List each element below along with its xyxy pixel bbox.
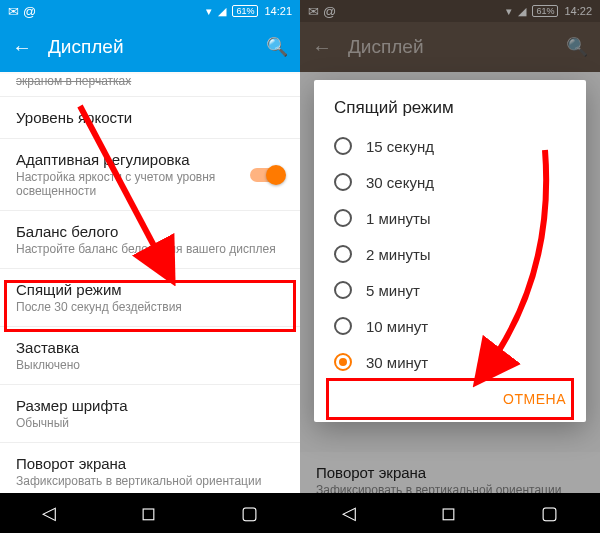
setting-subtitle: Настройте баланс белого для вашего диспл… [16,242,284,256]
nav-home-icon[interactable]: ◻ [441,502,456,524]
option-label: 30 секунд [366,174,434,191]
screenshot-left: ✉@ ▾ ◢ 61% 14:21 ← Дисплей 🔍 экраном в п… [0,0,300,533]
cancel-button[interactable]: ОТМЕНА [503,391,566,407]
radio-icon [334,209,352,227]
option-1m[interactable]: 1 минуты [314,200,586,236]
nav-back-icon[interactable]: ◁ [342,502,356,524]
list-item[interactable]: экраном в перчатках [0,74,300,97]
radio-icon [334,281,352,299]
nav-back-icon[interactable]: ◁ [42,502,56,524]
setting-subtitle: Зафиксировать в вертикальной ориентации [16,474,284,488]
setting-title: Адаптивная регулировка [16,151,284,168]
search-button[interactable]: 🔍 [266,36,288,58]
option-15s[interactable]: 15 секунд [314,128,586,164]
setting-subtitle: После 30 секунд бездействия [16,300,284,314]
option-label: 10 минут [366,318,428,335]
setting-title: Уровень яркости [16,109,284,126]
list-item-brightness[interactable]: Уровень яркости [0,97,300,139]
option-10m[interactable]: 10 минут [314,308,586,344]
wifi-icon: ▾ [206,5,212,18]
radio-icon [334,173,352,191]
toggle-switch[interactable] [250,168,284,182]
list-item-rotation[interactable]: Поворот экрана Зафиксировать в вертикаль… [0,443,300,493]
dialog-title: Спящий режим [314,98,586,128]
list-item-screensaver[interactable]: Заставка Выключено [0,327,300,385]
radio-icon [334,353,352,371]
setting-subtitle: Выключено [16,358,284,372]
sleep-dialog: Спящий режим 15 секунд 30 секунд 1 минут… [314,80,586,422]
mail-icon: ✉ [8,4,19,19]
radio-icon [334,317,352,335]
setting-title: Поворот экрана [16,455,284,472]
list-item-sleep[interactable]: Спящий режим После 30 секунд бездействия [0,269,300,327]
settings-list: экраном в перчатках Уровень яркости Адап… [0,72,300,493]
navigation-bar: ◁ ◻ ▢ [0,493,300,533]
list-item-white-balance[interactable]: Баланс белого Настройте баланс белого дл… [0,211,300,269]
option-30m[interactable]: 30 минут [314,344,586,380]
nav-recent-icon[interactable]: ▢ [541,502,558,524]
option-label: 5 минут [366,282,420,299]
navigation-bar: ◁ ◻ ▢ [300,493,600,533]
setting-subtitle: Обычный [16,416,284,430]
option-label: 2 минуты [366,246,431,263]
back-button[interactable]: ← [12,36,32,59]
setting-title: Баланс белого [16,223,284,240]
signal-icon: ◢ [218,5,226,18]
option-5m[interactable]: 5 минут [314,272,586,308]
list-item-font-size[interactable]: Размер шрифта Обычный [0,385,300,443]
radio-icon [334,245,352,263]
option-30s[interactable]: 30 секунд [314,164,586,200]
setting-subtitle: экраном в перчатках [16,74,284,88]
status-bar: ✉@ ▾ ◢ 61% 14:21 [0,0,300,22]
battery-indicator: 61% [232,5,258,17]
screenshot-right: ✉@ ▾ ◢ 61% 14:22 ← Дисплей 🔍 Поворот экр… [300,0,600,533]
list-item-adaptive[interactable]: Адаптивная регулировка Настройка яркости… [0,139,300,211]
nav-recent-icon[interactable]: ▢ [241,502,258,524]
at-icon: @ [23,4,36,19]
app-bar: ← Дисплей 🔍 [0,22,300,72]
setting-title: Размер шрифта [16,397,284,414]
setting-title: Спящий режим [16,281,284,298]
option-2m[interactable]: 2 минуты [314,236,586,272]
setting-subtitle: Настройка яркости с учетом уровня освеще… [16,170,284,198]
option-label: 1 минуты [366,210,431,227]
option-label: 30 минут [366,354,428,371]
radio-icon [334,137,352,155]
nav-home-icon[interactable]: ◻ [141,502,156,524]
option-label: 15 секунд [366,138,434,155]
setting-title: Заставка [16,339,284,356]
clock: 14:21 [264,5,292,17]
page-title: Дисплей [48,36,266,58]
